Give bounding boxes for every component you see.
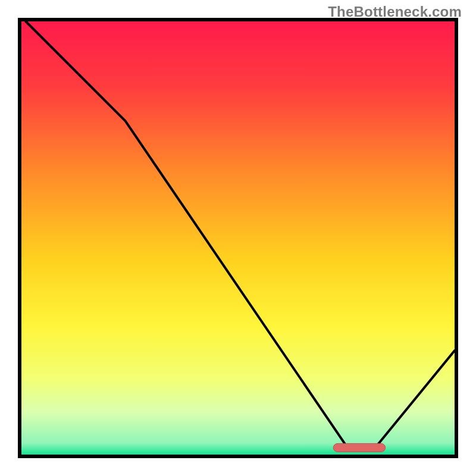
bottleneck-chart	[0, 0, 476, 476]
optimal-range-marker	[333, 443, 385, 452]
chart-container: TheBottleneck.com	[0, 0, 476, 476]
plot-background	[20, 20, 456, 456]
